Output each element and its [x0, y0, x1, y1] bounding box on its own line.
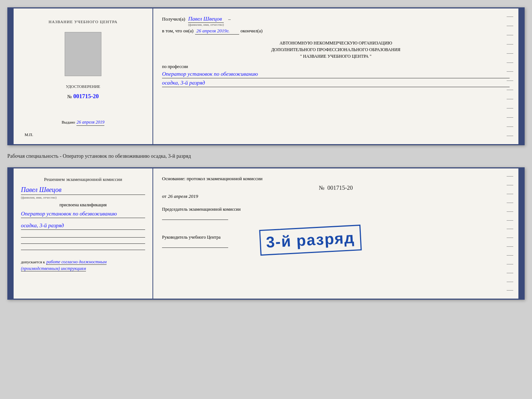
- org-line2: ДОПОЛНИТЕЛЬНОГО ПРОФЕССИОНАЛЬНОГО ОБРАЗО…: [162, 46, 510, 53]
- qual-spine-left: [8, 168, 14, 299]
- date-intro: в том, что он(а): [162, 28, 194, 34]
- separator-text: Рабочая специальность - Оператор установ…: [7, 152, 525, 161]
- decorative-side-lines: [507, 8, 513, 144]
- cert-right-panel: Получил(а) Павел Швецов (фамилия, имя, о…: [153, 8, 518, 144]
- qual-right-basis: Основание: протокол экзаменационной коми…: [162, 176, 510, 182]
- book-spine-left: [8, 8, 14, 144]
- mp-label: М.П.: [21, 132, 33, 137]
- book-spine-right: [518, 8, 524, 144]
- qual-name-sub: (фамилия, имя, отчество): [21, 196, 145, 199]
- qual-divider-3: [21, 250, 145, 250]
- qual-decorative-side-lines: [507, 168, 513, 299]
- qual-allowed-label: допускается к: [21, 260, 45, 264]
- qual-sign-line-1: [162, 220, 228, 220]
- cert-number-value: 001715-20: [73, 93, 99, 100]
- date-suffix: окончил(а): [241, 28, 263, 34]
- received-name: Павел Швецов: [188, 16, 224, 23]
- cert-profession-label: по профессии: [162, 64, 510, 70]
- qual-number-prefix: №: [319, 185, 324, 191]
- cert-left-panel: НАЗВАНИЕ УЧЕБНОГО ЦЕНТРА УДОСТОВЕРЕНИЕ №…: [14, 8, 153, 144]
- qual-rank-value: осадка, 3-й разряд: [21, 222, 145, 230]
- received-name-sub: (фамилия, имя, отчество): [188, 23, 224, 26]
- qual-date-prefix: от: [162, 193, 166, 199]
- qual-divider-1: [21, 237, 145, 238]
- cert-profession-value: Оператор установок по обезвоживанию: [162, 71, 510, 78]
- org-line1: АВТОНОМНУЮ НЕКОММЕРЧЕСКУЮ ОРГАНИЗАЦИЮ: [162, 40, 510, 46]
- qual-profession-value: Оператор установок по обезвоживанию: [21, 211, 145, 218]
- stamp-text: 3-й разряд: [266, 229, 355, 251]
- received-label: Получил(а): [162, 16, 185, 22]
- document-container: НАЗВАНИЕ УЧЕБНОГО ЦЕНТРА УДОСТОВЕРЕНИЕ №…: [7, 7, 525, 300]
- qual-right-date-row: от 26 апреля 2019: [162, 193, 510, 199]
- cert-profession-block: по профессии Оператор установок по обезв…: [162, 64, 510, 87]
- cert-number-label: УДОСТОВЕРЕНИЕ: [66, 84, 100, 89]
- qual-title: Решением экзаменационной комиссии: [21, 176, 145, 183]
- qual-left-panel: Решением экзаменационной комиссии Павел …: [14, 168, 153, 299]
- qual-right-number: № 001715-20: [162, 185, 510, 191]
- cert-training-center-title: НАЗВАНИЕ УЧЕБНОГО ЦЕНТРА: [48, 19, 118, 24]
- photo-placeholder: [65, 32, 101, 76]
- qual-allowed-block: допускается к работе согласно должностны…: [21, 258, 145, 271]
- cert-date-row: в том, что он(а) 26 апреля 2019г. окончи…: [162, 28, 510, 35]
- org-line3: " НАЗВАНИЕ УЧЕБНОГО ЦЕНТРА ": [162, 53, 510, 60]
- date-value: 26 апреля 2019г.: [195, 28, 239, 35]
- qual-number-value: 001715-20: [327, 185, 353, 191]
- qual-role1: Председатель экзаменационной комиссии: [162, 207, 510, 212]
- qual-spine-right: [518, 168, 524, 299]
- qual-role1-block: Председатель экзаменационной комиссии: [162, 207, 510, 220]
- cert-issued-date: 26 апреля 2019: [76, 120, 104, 126]
- qual-divider-2: [21, 243, 145, 244]
- qual-right-panel: 3-й разряд Основание: протокол экзаменац…: [153, 168, 518, 299]
- cert-number-prefix: №: [67, 94, 72, 100]
- qual-stamp: 3-й разряд: [259, 225, 362, 256]
- cert-org-text: АВТОНОМНУЮ НЕКОММЕРЧЕСКУЮ ОРГАНИЗАЦИЮ ДО…: [162, 40, 510, 60]
- cert-issued-label: Выдано: [62, 120, 75, 124]
- certificate-document: НАЗВАНИЕ УЧЕБНОГО ЦЕНТРА УДОСТОВЕРЕНИЕ №…: [7, 7, 525, 145]
- qual-date-value: 26 апреля 2019: [168, 193, 198, 199]
- cert-issued-row: Выдано 26 апреля 2019: [62, 120, 104, 126]
- qual-name-value: Павел Швецов: [21, 186, 145, 195]
- qual-sign-line-2: [162, 247, 228, 248]
- cert-rank-value: осадка, 3-й разряд: [162, 80, 510, 87]
- qual-assigned-label: присвоена квалификация: [21, 202, 145, 208]
- qualification-document: Решением экзаменационной комиссии Павел …: [7, 167, 525, 300]
